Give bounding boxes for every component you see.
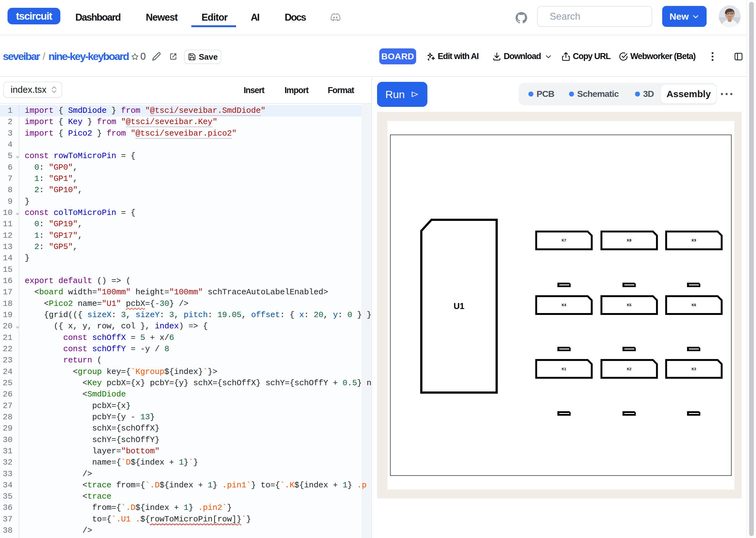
svg-text:K1: K1 [562, 367, 566, 371]
svg-text:K2: K2 [627, 367, 631, 371]
svg-text:K5: K5 [627, 303, 631, 307]
svg-text:K7: K7 [562, 239, 566, 242]
svg-text:K3: K3 [692, 367, 696, 371]
svg-text:K8: K8 [627, 239, 631, 242]
svg-text:K9: K9 [692, 239, 696, 242]
svg-text:K6: K6 [692, 303, 696, 307]
svg-text:K4: K4 [562, 303, 566, 307]
svg-text:U1: U1 [454, 301, 465, 311]
